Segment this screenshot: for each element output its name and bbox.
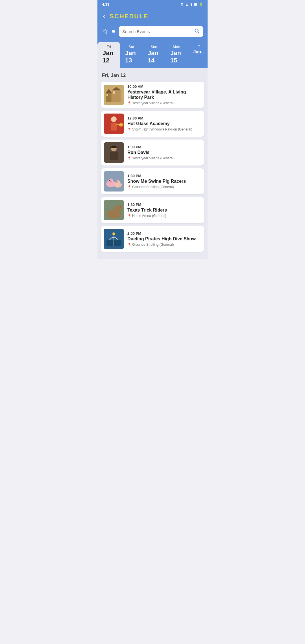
- tab-sun-jan14[interactable]: Sun Jan 14: [143, 42, 165, 68]
- location-text-event-6: Grounds-Strolling (General): [132, 243, 174, 247]
- tab-day-name-4: T: [198, 45, 200, 49]
- event-name-event-2: Hot Glass Academy: [127, 121, 201, 126]
- search-input[interactable]: [122, 29, 192, 34]
- sim-icon: ▮: [190, 3, 192, 6]
- screen-icon: ▣: [194, 3, 197, 6]
- svg-rect-17: [112, 146, 116, 147]
- event-card-event-3[interactable]: 1:00 PM Ron Davis 📍 Yesteryear Village (…: [101, 140, 204, 166]
- day-tabs: Fri Jan 12 Sat Jan 13 Sun Jan 14 Mon Jan…: [97, 42, 208, 68]
- tab-day-num-3: Jan 15: [170, 49, 183, 64]
- event-card-event-4[interactable]: 1:30 PM Show Me Swine Pig Racers 📍 Groun…: [101, 168, 204, 194]
- location-pin-icon: 📍: [127, 185, 131, 189]
- event-name-event-4: Show Me Swine Pig Racers: [127, 179, 201, 184]
- svg-rect-16: [110, 152, 118, 160]
- event-location-event-5: 📍 Horse Arena (General): [127, 214, 201, 218]
- location-pin-icon: 📍: [127, 214, 131, 218]
- tab-day-name-2: Sun: [151, 45, 157, 49]
- tab-day-name-0: Fri: [106, 45, 111, 49]
- svg-rect-5: [106, 94, 108, 96]
- battery-icon: 🔋: [199, 3, 203, 6]
- event-info-event-2: 12:30 PM Hot Glass Academy 📍 Storm Tight…: [127, 116, 201, 131]
- event-card-event-5[interactable]: 1:30 PM Texas Trick Riders 📍 Horse Arena…: [101, 197, 204, 223]
- search-submit-icon[interactable]: [194, 28, 200, 35]
- status-icons: ⚙ ▲ ▮ ▣ 🔋: [180, 3, 203, 6]
- filter-icon[interactable]: ≡: [112, 28, 116, 35]
- svg-point-10: [111, 116, 117, 122]
- svg-point-22: [110, 181, 112, 182]
- tab-sat-jan13[interactable]: Sat Jan 13: [120, 42, 143, 68]
- tab-day-name-3: Mon: [173, 45, 180, 49]
- app-header: ‹ SCHEDULE: [97, 9, 208, 26]
- tab-mon-jan15[interactable]: Mon Jan 15: [165, 42, 188, 68]
- location-text-event-1: Yesteryear Village (General): [132, 101, 175, 105]
- event-card-event-6[interactable]: 2:00 PM Dueling Pirates High Dive Show 📍…: [101, 226, 204, 252]
- svg-point-34: [112, 232, 115, 235]
- event-info-event-3: 1:00 PM Ron Davis 📍 Yesteryear Village (…: [127, 145, 201, 160]
- location-pin-icon: 📍: [127, 128, 131, 131]
- event-thumb-event-5: [104, 200, 124, 220]
- search-box: [119, 26, 203, 37]
- event-info-event-4: 1:30 PM Show Me Swine Pig Racers 📍 Groun…: [127, 174, 201, 189]
- event-location-event-1: 📍 Yesteryear Village (General): [127, 101, 201, 105]
- tab-day-name-1: Sat: [128, 45, 134, 49]
- svg-line-1: [198, 32, 199, 33]
- search-area: ☆ ≡: [97, 26, 208, 42]
- event-info-event-1: 10:00 AM Yesteryear Village, A Living Hi…: [127, 84, 201, 105]
- location-text-event-3: Yesteryear Village (General): [132, 156, 175, 160]
- event-thumb-event-2: [104, 114, 124, 134]
- section-date-label: Fri, Jan 12: [101, 73, 204, 78]
- location-pin-icon: 📍: [127, 156, 131, 160]
- status-time: 4:33: [102, 2, 109, 6]
- tab-fri-jan12[interactable]: Fri Jan 12: [97, 42, 120, 68]
- events-list: 10:00 AM Yesteryear Village, A Living Hi…: [101, 82, 204, 252]
- event-time-event-3: 1:00 PM: [127, 145, 201, 149]
- event-time-event-2: 12:30 PM: [127, 116, 201, 120]
- event-time-event-1: 10:00 AM: [127, 84, 201, 89]
- event-thumb-event-1: [104, 85, 124, 105]
- event-name-event-6: Dueling Pirates High Dive Show: [127, 236, 201, 242]
- settings-icon: ⚙: [180, 3, 184, 6]
- main-content: Fri, Jan 12 10:00 AM Yesteryear Village,…: [97, 68, 208, 259]
- status-bar: 4:33 ⚙ ▲ ▮ ▣ 🔋: [97, 0, 208, 9]
- location-text-event-4: Grounds-Strolling (General): [132, 185, 174, 189]
- event-card-event-1[interactable]: 10:00 AM Yesteryear Village, A Living Hi…: [101, 82, 204, 108]
- event-thumb-event-3: [104, 142, 124, 163]
- event-thumb-event-4: [104, 171, 124, 192]
- svg-rect-18: [104, 171, 124, 192]
- event-info-event-6: 2:00 PM Dueling Pirates High Dive Show 📍…: [127, 231, 201, 247]
- wifi-icon: ▲: [185, 3, 189, 6]
- location-pin-icon: 📍: [127, 243, 131, 247]
- event-card-event-2[interactable]: 12:30 PM Hot Glass Academy 📍 Storm Tight…: [101, 111, 204, 137]
- svg-rect-28: [109, 210, 110, 215]
- svg-point-25: [116, 181, 117, 182]
- svg-point-13: [119, 123, 123, 127]
- svg-rect-11: [111, 123, 117, 130]
- tab-day-num-4: Jan...: [193, 49, 205, 55]
- event-name-event-1: Yesteryear Village, A Living History Par…: [127, 89, 201, 100]
- svg-rect-6: [113, 91, 115, 94]
- event-time-event-4: 1:30 PM: [127, 174, 201, 178]
- event-time-event-6: 2:00 PM: [127, 231, 201, 236]
- event-location-event-4: 📍 Grounds-Strolling (General): [127, 185, 201, 189]
- favorites-star-icon[interactable]: ☆: [102, 27, 108, 36]
- event-location-event-3: 📍 Yesteryear Village (General): [127, 156, 201, 160]
- event-name-event-5: Texas Trick Riders: [127, 207, 201, 213]
- event-location-event-2: 📍 Storm Tight Windows Pavilion (General): [127, 127, 201, 131]
- location-text-event-2: Storm Tight Windows Pavilion (General): [132, 127, 192, 131]
- event-name-event-3: Ron Davis: [127, 150, 201, 155]
- tab-day-num-1: Jan 13: [125, 49, 138, 64]
- tab-tue-jan16[interactable]: T Jan...: [188, 42, 208, 68]
- event-thumb-event-6: [104, 229, 124, 249]
- page-title: SCHEDULE: [110, 13, 148, 20]
- event-location-event-6: 📍 Grounds-Strolling (General): [127, 243, 201, 247]
- svg-point-24: [116, 180, 120, 185]
- event-time-event-5: 1:30 PM: [127, 203, 201, 207]
- tab-day-num-2: Jan 14: [148, 49, 160, 64]
- location-text-event-5: Horse Arena (General): [132, 214, 166, 218]
- tab-day-num-0: Jan 12: [103, 49, 115, 64]
- back-button[interactable]: ‹: [102, 12, 106, 21]
- event-info-event-5: 1:30 PM Texas Trick Riders 📍 Horse Arena…: [127, 203, 201, 218]
- location-pin-icon: 📍: [127, 101, 131, 105]
